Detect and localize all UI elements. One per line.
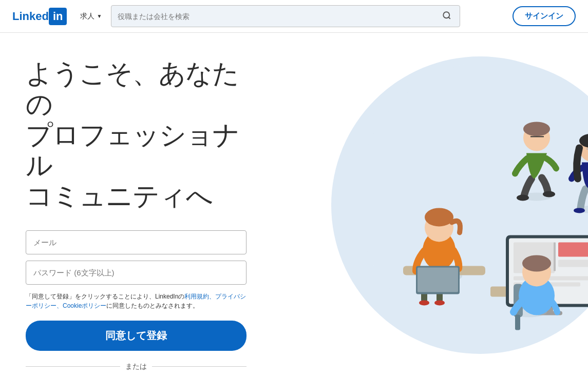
divider-line-right — [152, 366, 246, 367]
svg-point-20 — [574, 208, 585, 213]
jobs-chevron-icon: ▼ — [97, 13, 102, 19]
search-icon — [442, 11, 451, 20]
logo-in-box: in — [49, 8, 67, 25]
svg-point-16 — [543, 191, 555, 197]
logo-linked-text: Linked — [12, 10, 49, 23]
main-content: ようこそ、あなたのプロフェッショナルコミュニティへ 「同意して登録」をクリックす… — [0, 33, 588, 377]
svg-point-18 — [523, 122, 550, 136]
left-panel: ようこそ、あなたのプロフェッショナルコミュニティへ 「同意して登録」をクリックす… — [0, 33, 262, 377]
svg-rect-39 — [515, 314, 520, 330]
svg-rect-32 — [558, 242, 588, 256]
linkedin-logo[interactable]: Linkedin — [12, 8, 67, 25]
svg-point-8 — [434, 300, 445, 305]
divider-or-text: または — [125, 362, 147, 371]
jobs-label: 求人 — [80, 12, 94, 21]
signin-button[interactable]: サインイン — [513, 6, 576, 26]
svg-point-13 — [425, 208, 453, 226]
search-icon-button[interactable] — [440, 9, 453, 24]
terms-text: 「同意して登録」をクリックすることにより、LinkedInの利用規約、プライバシ… — [26, 292, 246, 310]
svg-rect-33 — [558, 260, 588, 267]
header-right: サインイン — [513, 6, 576, 26]
search-bar — [111, 5, 460, 27]
svg-point-7 — [419, 300, 429, 305]
svg-line-1 — [449, 17, 450, 18]
headline: ようこそ、あなたのプロフェッショナルコミュニティへ — [26, 58, 262, 212]
jobs-nav-button[interactable]: 求人 ▼ — [75, 9, 107, 24]
registration-form: 「同意して登録」をクリックすることにより、LinkedInの利用規約、プライバシ… — [26, 230, 246, 377]
terms-of-service-link[interactable]: 利用規約、 — [184, 293, 215, 300]
svg-point-0 — [444, 12, 450, 18]
agree-register-button[interactable]: 同意して登録 — [26, 321, 246, 351]
svg-point-42 — [522, 255, 551, 271]
email-field[interactable] — [26, 230, 246, 254]
right-panel — [262, 33, 588, 377]
illustration — [316, 50, 588, 348]
logo-in-text: in — [53, 10, 63, 23]
divider-line-left — [26, 366, 120, 367]
svg-point-15 — [517, 194, 529, 201]
cookie-policy-link[interactable]: Cookieポリシー — [63, 302, 106, 309]
svg-rect-36 — [554, 242, 556, 271]
password-field[interactable] — [26, 261, 246, 285]
header: Linkedin 求人 ▼ サインイン — [0, 0, 588, 33]
search-input[interactable] — [118, 12, 438, 21]
svg-rect-11 — [418, 267, 458, 292]
divider: または — [26, 362, 246, 371]
